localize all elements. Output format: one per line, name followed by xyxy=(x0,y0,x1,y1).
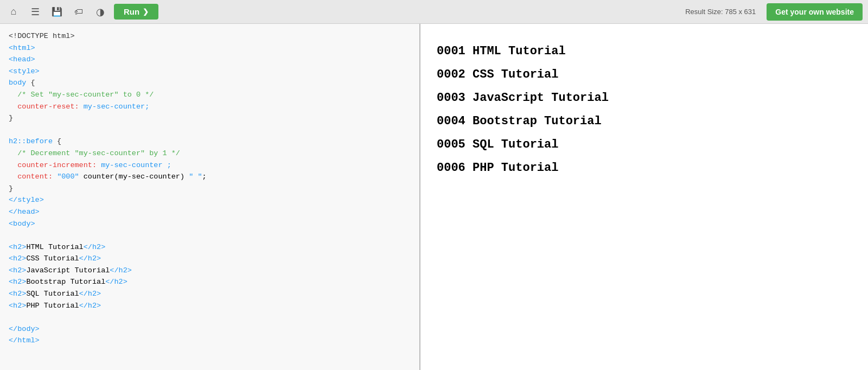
code-line: <h2>JavaScript Tutorial</h2> xyxy=(9,265,411,277)
code-line: </head> xyxy=(9,206,411,218)
code-line: <style> xyxy=(9,66,411,78)
code-editor[interactable]: <!DOCTYPE html><html><head><style>body {… xyxy=(0,24,420,370)
code-line xyxy=(9,311,411,323)
code-line: h2::before { xyxy=(9,136,411,148)
contrast-icon[interactable]: ◑ xyxy=(92,4,108,20)
result-heading: 0002 CSS Tutorial xyxy=(437,68,852,81)
result-heading: 0006 PHP Tutorial xyxy=(437,161,852,175)
code-line: <!DOCTYPE html> xyxy=(9,30,411,42)
result-heading: 0005 SQL Tutorial xyxy=(437,138,852,151)
code-line: <h2>CSS Tutorial</h2> xyxy=(9,253,411,265)
result-heading: 0004 Bootstrap Tutorial xyxy=(437,114,852,128)
code-line: <html> xyxy=(9,42,411,54)
code-line: </style> xyxy=(9,194,411,206)
code-line: } xyxy=(9,112,411,124)
get-website-button[interactable]: Get your own website xyxy=(767,3,863,21)
code-line: <h2>HTML Tutorial</h2> xyxy=(9,241,411,253)
code-line: counter-reset: my-sec-counter; xyxy=(9,101,411,113)
code-line: </html> xyxy=(9,335,411,347)
run-label: Run xyxy=(124,7,139,16)
result-heading: 0003 JavaScript Tutorial xyxy=(437,91,852,105)
run-button[interactable]: Run ❯ xyxy=(114,4,158,20)
code-line: <h2>Bootstrap Tutorial</h2> xyxy=(9,276,411,288)
main-content: <!DOCTYPE html><html><head><style>body {… xyxy=(0,24,868,370)
code-line: } xyxy=(9,183,411,195)
menu-icon[interactable]: ☰ xyxy=(27,4,43,20)
code-line: <h2>SQL Tutorial</h2> xyxy=(9,288,411,300)
result-heading: 0001 HTML Tutorial xyxy=(437,44,852,58)
code-line: </body> xyxy=(9,323,411,335)
code-line: <body> xyxy=(9,218,411,230)
code-line: content: "000" counter(my-sec-counter) "… xyxy=(9,171,411,183)
toolbar: ⌂ ☰ 💾 🏷 ◑ Run ❯ Result Size: 785 x 631 G… xyxy=(0,0,868,24)
tag-icon[interactable]: 🏷 xyxy=(71,4,87,20)
code-line: body { xyxy=(9,77,411,89)
code-line: /* Decrement "my-sec-counter" by 1 */ xyxy=(9,148,411,160)
run-chevron: ❯ xyxy=(143,8,149,16)
code-line xyxy=(9,124,411,136)
code-line xyxy=(9,229,411,241)
result-size-label: Result Size: 785 x 631 xyxy=(685,8,756,16)
code-line: <h2>PHP Tutorial</h2> xyxy=(9,300,411,312)
home-icon[interactable]: ⌂ xyxy=(5,4,22,20)
save-icon[interactable]: 💾 xyxy=(49,4,65,20)
result-panel: 0001 HTML Tutorial0002 CSS Tutorial0003 … xyxy=(420,24,868,370)
code-line: /* Set "my-sec-counter" to 0 */ xyxy=(9,89,411,101)
code-line: counter-increment: my-sec-counter ; xyxy=(9,160,411,171)
code-line: <head> xyxy=(9,54,411,66)
